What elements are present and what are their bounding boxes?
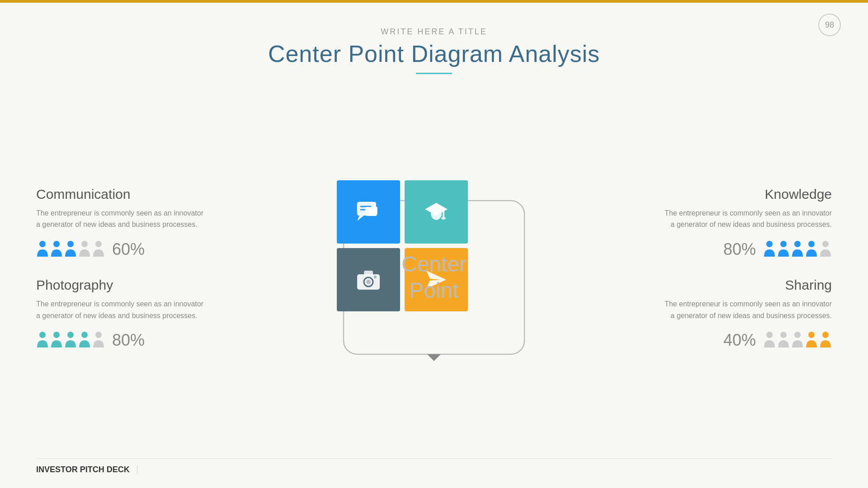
- left-panel: Communication The entrepreneur is common…: [36, 187, 208, 368]
- svg-marker-14: [357, 216, 364, 221]
- footer-divider: [137, 465, 137, 474]
- sharing-title: Sharing: [660, 277, 832, 293]
- svg-rect-30: [364, 271, 373, 275]
- person-1-comm: [36, 239, 49, 259]
- slide: 98 WRITE HERE A TITLE Center Point Diagr…: [0, 0, 868, 488]
- svg-point-5: [39, 332, 46, 338]
- svg-point-37: [822, 241, 829, 247]
- footer-brand: INVESTOR PITCH DECK: [36, 465, 130, 474]
- center-line1: Center: [401, 251, 467, 277]
- svg-point-26: [441, 217, 446, 220]
- footer-brand-bold: INVESTOR: [36, 465, 78, 474]
- main-content: Communication The entrepreneur is common…: [36, 92, 832, 463]
- svg-point-1: [53, 241, 60, 247]
- person-5-know: [819, 239, 832, 259]
- svg-rect-25: [443, 209, 444, 217]
- diagram-wrapper: Center Point: [307, 164, 561, 390]
- photography-section: Photography The entrepreneur is commonly…: [36, 277, 208, 350]
- photography-icon-box: [337, 248, 400, 311]
- person-1-share: [763, 330, 776, 350]
- knowledge-people: [763, 239, 832, 259]
- person-4-comm: [78, 239, 91, 259]
- svg-point-9: [95, 332, 102, 338]
- svg-point-23: [367, 207, 368, 209]
- knowledge-stats: 80%: [660, 239, 832, 259]
- sharing-people: [763, 330, 832, 350]
- person-1-photo: [36, 330, 49, 350]
- svg-point-21: [360, 207, 362, 209]
- person-3-share: [791, 330, 804, 350]
- right-panel: Knowledge The entrepreneur is commonly s…: [660, 187, 832, 368]
- footer: INVESTOR PITCH DECK: [36, 458, 832, 474]
- knowledge-title: Knowledge: [660, 187, 832, 202]
- knowledge-desc: The entrepreneur is commonly seen as an …: [660, 207, 832, 230]
- person-3-comm: [64, 239, 77, 259]
- svg-point-4: [95, 241, 102, 247]
- center-line2: Point: [401, 277, 467, 304]
- knowledge-icon-box: [405, 180, 468, 244]
- sharing-percentage: 40%: [723, 331, 756, 350]
- svg-point-7: [67, 332, 74, 338]
- center-text: Center Point: [401, 251, 467, 303]
- page-number: 98: [818, 14, 841, 36]
- photography-desc: The entrepreneur is commonly seen as an …: [36, 298, 208, 321]
- svg-point-41: [808, 332, 815, 338]
- communication-percentage: 60%: [112, 240, 145, 259]
- photography-people: [36, 330, 105, 350]
- person-5-share: [819, 330, 832, 350]
- graduation-icon: [423, 198, 450, 225]
- svg-point-22: [363, 207, 365, 209]
- svg-point-42: [822, 332, 829, 338]
- communication-stats: 60%: [36, 239, 208, 259]
- svg-point-36: [808, 241, 815, 247]
- center-diagram: Center Point: [217, 92, 651, 463]
- svg-point-3: [81, 241, 88, 247]
- page-number-text: 98: [825, 20, 834, 30]
- svg-point-31: [374, 276, 377, 278]
- svg-point-39: [780, 332, 787, 338]
- sharing-section: Sharing The entrepreneur is commonly see…: [660, 277, 832, 350]
- header-divider: [416, 73, 452, 74]
- photography-stats: 80%: [36, 330, 208, 350]
- header-title: Center Point Diagram Analysis: [36, 40, 832, 67]
- svg-point-8: [81, 332, 88, 338]
- footer-brand-light: PITCH DECK: [78, 465, 130, 474]
- svg-point-35: [794, 241, 801, 247]
- person-4-share: [805, 330, 818, 350]
- communication-section: Communication The entrepreneur is common…: [36, 187, 208, 259]
- sharing-desc: The entrepreneur is commonly seen as an …: [660, 298, 832, 321]
- svg-point-29: [366, 280, 371, 284]
- person-1-know: [763, 239, 776, 259]
- svg-marker-12: [427, 354, 441, 361]
- person-2-know: [777, 239, 790, 259]
- svg-point-6: [53, 332, 60, 338]
- svg-point-33: [766, 241, 773, 247]
- photography-percentage: 80%: [112, 331, 145, 350]
- person-4-photo: [78, 330, 91, 350]
- person-3-know: [791, 239, 804, 259]
- header: WRITE HERE A TITLE Center Point Diagram …: [36, 18, 832, 74]
- person-2-photo: [50, 330, 63, 350]
- person-5-comm: [92, 239, 105, 259]
- communication-icon-box: [337, 180, 400, 244]
- header-subtitle: WRITE HERE A TITLE: [36, 27, 832, 37]
- svg-point-34: [780, 241, 787, 247]
- svg-point-40: [794, 332, 801, 338]
- person-5-photo: [92, 330, 105, 350]
- camera-icon: [355, 266, 382, 293]
- communication-title: Communication: [36, 187, 208, 202]
- chat-icon: [355, 198, 382, 225]
- person-3-photo: [64, 330, 77, 350]
- photography-title: Photography: [36, 277, 208, 293]
- communication-people: [36, 239, 105, 259]
- person-4-know: [805, 239, 818, 259]
- knowledge-section: Knowledge The entrepreneur is commonly s…: [660, 187, 832, 259]
- svg-point-2: [67, 241, 74, 247]
- svg-point-0: [39, 241, 46, 247]
- person-2-comm: [50, 239, 63, 259]
- person-2-share: [777, 330, 790, 350]
- svg-point-38: [766, 332, 773, 338]
- communication-desc: The entrepreneur is commonly seen as an …: [36, 207, 208, 230]
- knowledge-percentage: 80%: [723, 240, 756, 259]
- sharing-stats: 40%: [660, 330, 832, 350]
